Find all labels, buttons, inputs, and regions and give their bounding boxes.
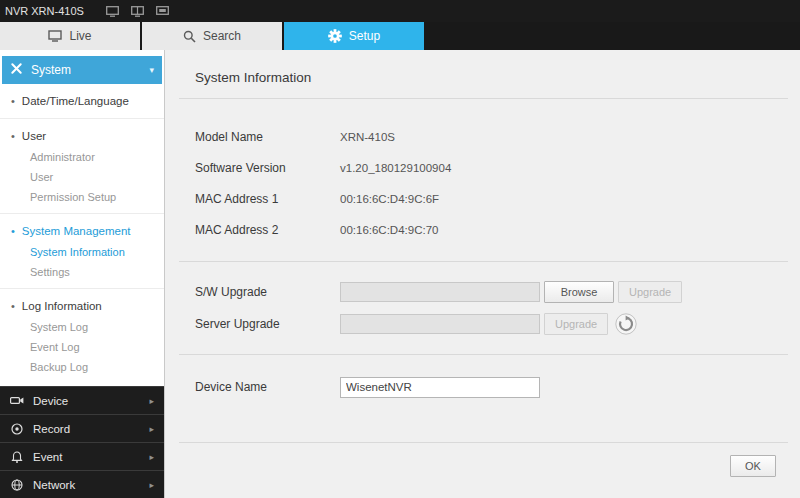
field-value: 00:16:6C:D4:9C:70 xyxy=(340,224,438,236)
field-label: Software Version xyxy=(195,161,340,175)
server-upgrade-button[interactable]: Upgrade xyxy=(544,313,608,335)
live-monitor-icon xyxy=(48,30,62,42)
sidebar-subitem-event-log[interactable]: Event Log xyxy=(0,337,164,357)
sidebar-item-event[interactable]: Event ▸ xyxy=(0,442,164,470)
tab-label: Setup xyxy=(349,29,380,43)
sidebar-section-system[interactable]: System ▾ xyxy=(2,56,162,84)
search-icon xyxy=(183,30,196,43)
footer: OK xyxy=(179,442,788,498)
info-row-model-name: Model Name XRN-410S xyxy=(195,121,788,152)
tabbar: Live Search Setup xyxy=(0,22,800,50)
sidebar-item-label: User xyxy=(22,130,46,142)
titlebar: NVR XRN-410S xyxy=(0,0,800,22)
sidebar-item-label: Device xyxy=(33,395,68,407)
field-label: MAC Address 2 xyxy=(195,223,340,237)
sidebar-item-label: Record xyxy=(33,423,70,435)
bullet-icon: • xyxy=(11,130,15,142)
sidebar-bottom: Device ▸ Record ▸ Event ▸ xyxy=(0,386,164,498)
browse-button[interactable]: Browse xyxy=(544,281,614,303)
tab-live[interactable]: Live xyxy=(0,22,140,50)
field-value: v1.20_180129100904 xyxy=(340,162,451,174)
sidebar-subitem-system-log[interactable]: System Log xyxy=(0,317,164,337)
fullscreen-icon[interactable] xyxy=(156,6,169,17)
sidebar-subitem-backup-log[interactable]: Backup Log xyxy=(0,357,164,377)
info-row-mac-address-1: MAC Address 1 00:16:6C:D4:9C:6F xyxy=(195,183,788,214)
sidebar-item-label: Event xyxy=(33,451,62,463)
sidebar-subitem-settings[interactable]: Settings xyxy=(0,262,164,282)
bullet-icon: • xyxy=(11,225,15,237)
sidebar-item-device[interactable]: Device ▸ xyxy=(0,386,164,414)
sw-upgrade-button[interactable]: Upgrade xyxy=(618,281,682,303)
chevron-right-icon: ▸ xyxy=(149,480,154,490)
disc-icon xyxy=(10,423,24,435)
sw-upgrade-row: S/W Upgrade Browse Upgrade xyxy=(195,276,788,308)
bullet-icon: • xyxy=(11,300,15,312)
sidebar-nav: • Date/Time/Language • User Administrato… xyxy=(0,84,164,386)
device-name-input[interactable] xyxy=(340,377,540,398)
upgrade-section: S/W Upgrade Browse Upgrade Server Upgrad… xyxy=(179,262,788,354)
split-monitor-icon[interactable] xyxy=(131,6,144,17)
sidebar-subitem-system-information[interactable]: System Information xyxy=(0,242,164,262)
field-label: Server Upgrade xyxy=(195,317,340,331)
window-title: NVR XRN-410S xyxy=(5,5,84,17)
tab-label: Search xyxy=(203,29,241,43)
chevron-right-icon: ▸ xyxy=(149,424,154,434)
ok-button[interactable]: OK xyxy=(730,455,776,477)
sidebar-item-record[interactable]: Record ▸ xyxy=(0,414,164,442)
chevron-right-icon: ▸ xyxy=(149,452,154,462)
server-upgrade-file-input[interactable] xyxy=(340,314,540,334)
sidebar-subitem-administrator[interactable]: Administrator xyxy=(0,147,164,167)
tab-label: Live xyxy=(69,29,91,43)
sidebar-item-date-time-language[interactable]: • Date/Time/Language xyxy=(0,90,164,112)
tab-search[interactable]: Search xyxy=(142,22,282,50)
sidebar: System ▾ • Date/Time/Language • User Adm… xyxy=(0,50,165,498)
server-upgrade-row: Server Upgrade Upgrade xyxy=(195,308,788,340)
field-label: S/W Upgrade xyxy=(195,285,340,299)
sidebar-item-network[interactable]: Network ▸ xyxy=(0,470,164,498)
field-label: MAC Address 1 xyxy=(195,192,340,206)
device-name-section: Device Name xyxy=(179,355,788,421)
bell-icon xyxy=(10,451,24,463)
sidebar-item-label: Date/Time/Language xyxy=(22,95,129,107)
monitor-icon[interactable] xyxy=(106,6,119,17)
info-row-mac-address-2: MAC Address 2 00:16:6C:D4:9C:70 xyxy=(195,214,788,245)
sidebar-item-label: Log Information xyxy=(22,300,102,312)
page-body: System ▾ • Date/Time/Language • User Adm… xyxy=(0,50,800,498)
chevron-right-icon: ▸ xyxy=(149,396,154,406)
sidebar-item-system-management[interactable]: • System Management xyxy=(0,220,164,242)
globe-icon xyxy=(10,479,24,491)
gear-icon xyxy=(328,29,342,43)
sidebar-item-user[interactable]: • User xyxy=(0,125,164,147)
chevron-down-icon: ▾ xyxy=(149,65,154,75)
titlebar-icons xyxy=(106,6,169,17)
bullet-icon: • xyxy=(11,95,15,107)
system-info-section: Model Name XRN-410S Software Version v1.… xyxy=(179,99,788,261)
field-value: 00:16:6C:D4:9C:6F xyxy=(340,193,439,205)
sidebar-section-label: System xyxy=(31,63,71,77)
main-content: System Information Model Name XRN-410S S… xyxy=(165,50,800,498)
field-label: Model Name xyxy=(195,130,340,144)
camera-icon xyxy=(10,395,24,406)
field-label: Device Name xyxy=(195,380,340,394)
sw-upgrade-file-input[interactable] xyxy=(340,282,540,302)
sidebar-subitem-permission-setup[interactable]: Permission Setup xyxy=(0,187,164,207)
device-name-row: Device Name xyxy=(195,371,788,403)
sidebar-item-log-information[interactable]: • Log Information xyxy=(0,295,164,317)
field-value: XRN-410S xyxy=(340,131,395,143)
tools-icon xyxy=(10,62,23,78)
sidebar-item-label: Network xyxy=(33,479,75,491)
refresh-icon[interactable] xyxy=(615,313,637,335)
sidebar-subitem-user[interactable]: User xyxy=(0,167,164,187)
info-row-software-version: Software Version v1.20_180129100904 xyxy=(195,152,788,183)
sidebar-item-label: System Management xyxy=(22,225,131,237)
tab-setup[interactable]: Setup xyxy=(284,22,424,50)
page-title: System Information xyxy=(195,70,788,85)
